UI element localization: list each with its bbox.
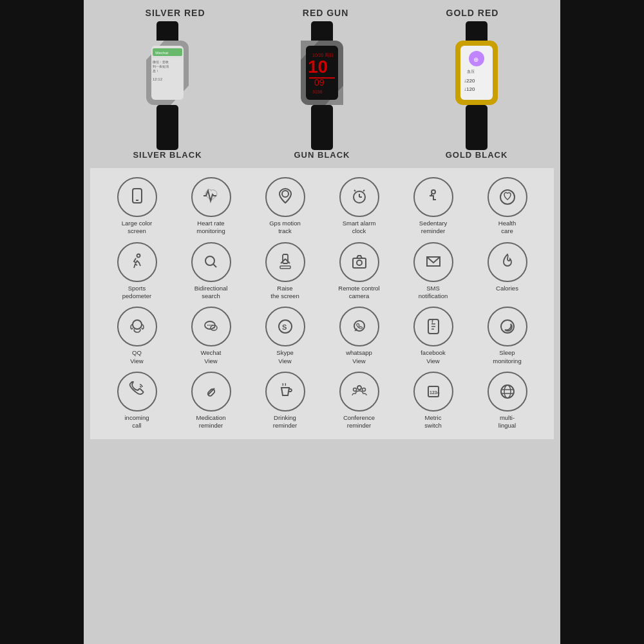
feature-label-remote-camera: Remote control camera (338, 285, 379, 301)
svg-line-40 (363, 190, 365, 191)
watch-silver-red: Wechat 微信：您收 到一条短消 息！ 12:12 SILVER BLACK (132, 21, 203, 160)
svg-text:Wechat: Wechat (155, 51, 169, 55)
svg-point-44 (205, 256, 214, 265)
feature-label-conference: Conference reminder (343, 414, 375, 430)
svg-text:微信：您收: 微信：您收 (153, 60, 169, 64)
feature-sedentary: Sedentary reminder (396, 176, 470, 237)
left-black-bar (0, 0, 84, 644)
feature-conference: Conference reminder (322, 370, 396, 431)
feature-label-large-color-screen: Large color screen (122, 220, 153, 236)
watch-label-gold-red: GOLD RED (446, 8, 499, 18)
svg-text:血压: 血压 (467, 70, 475, 73)
watch-gold-red: ⊕ 血压 ↓220 ↓120 GOLD BLACK (441, 21, 512, 160)
svg-text:09: 09 (314, 77, 325, 88)
feature-qq: QQ View (100, 305, 174, 366)
feature-smart-alarm: Smart alarm clock (322, 176, 396, 237)
feature-bidirectional: Bidirectional search (174, 241, 248, 302)
svg-rect-23 (311, 105, 333, 150)
svg-point-51 (357, 260, 362, 265)
svg-point-59 (214, 328, 215, 329)
svg-point-35 (282, 191, 289, 197)
feature-label-raise-screen: Raise the screen (270, 285, 299, 301)
feature-label-heart-rate: Heart rate monitoring (196, 220, 225, 236)
feature-label-skype: Skype View (276, 349, 293, 365)
watch-red-gun: 10/20 周日 10 09 3198 GUN BLACK (287, 21, 357, 160)
feature-label-medication: Medication reminder (196, 414, 226, 430)
main-container: SILVER RED RED GUN GOLD RED (0, 0, 644, 644)
feature-sports-pedometer: Sports pedometer (100, 241, 174, 302)
feature-label-qq: QQ View (130, 349, 143, 365)
svg-point-42 (500, 190, 515, 204)
svg-text:S: S (282, 323, 287, 331)
svg-point-70 (362, 388, 365, 392)
feature-label-calories: Calories (496, 285, 518, 292)
feature-label-sleep: Sleep monitoring (493, 349, 521, 365)
svg-rect-12 (156, 105, 178, 150)
svg-text:1234: 1234 (430, 390, 440, 395)
svg-point-58 (213, 328, 214, 329)
feature-skype: SSkype View (248, 305, 322, 366)
svg-text:10: 10 (308, 57, 328, 77)
feature-label-sedentary: Sedentary reminder (419, 220, 447, 236)
svg-text:↓120: ↓120 (464, 86, 475, 92)
feature-label-bidirectional: Bidirectional search (194, 285, 228, 301)
feature-label-drinking: Drinking reminder (273, 414, 298, 430)
feature-metric: 1234Metric switch (396, 370, 470, 431)
svg-point-54 (207, 325, 209, 326)
svg-rect-32 (466, 105, 488, 150)
feature-incoming-call: incoming call (100, 370, 174, 431)
svg-rect-66 (207, 388, 215, 397)
watch-label-silver-red: SILVER RED (146, 8, 205, 18)
feature-label-incoming-call: incoming call (124, 414, 149, 430)
feature-whatsapp: whatsapp View (322, 305, 396, 366)
feature-drinking: Drinking reminder (248, 370, 322, 431)
svg-text:3198: 3198 (312, 90, 323, 94)
feature-remote-camera: Remote control camera (322, 241, 396, 302)
feature-label-health: Health care (498, 220, 516, 236)
feature-label-smart-alarm: Smart alarm clock (343, 220, 376, 236)
svg-text:⊕: ⊕ (473, 56, 478, 63)
feature-health: Health care (470, 176, 544, 237)
feature-label-whatsapp: whatsapp View (346, 349, 372, 365)
svg-text:到一条短消: 到一条短消 (153, 64, 169, 68)
feature-facebook: ffacebook View (396, 305, 470, 366)
svg-point-74 (504, 385, 511, 398)
feature-label-sports-pedometer: Sports pedometer (122, 285, 151, 301)
feature-label-gps: Gps motion track (269, 220, 301, 236)
watch-bottom-silver-black: SILVER BLACK (133, 150, 202, 160)
svg-line-45 (213, 264, 216, 267)
feature-sleep: Sleep monitoring (470, 305, 544, 366)
svg-rect-0 (156, 21, 178, 44)
svg-rect-13 (311, 21, 333, 44)
feature-medication: Medication reminder (174, 370, 248, 431)
feature-label-facebook: facebook View (421, 349, 446, 365)
feature-label-metric: Metric switch (424, 414, 441, 430)
watch-bottom-gun-black: GUN BLACK (294, 150, 350, 160)
feature-sms: SMS notification (396, 241, 470, 302)
svg-line-39 (354, 190, 355, 191)
svg-rect-49 (280, 266, 290, 269)
feature-calories: Calories (470, 241, 544, 302)
svg-text:息！: 息！ (152, 69, 159, 73)
svg-point-69 (353, 388, 356, 392)
feature-label-multilingual: multi- lingual (498, 414, 516, 430)
feature-wechat: Wechat View (174, 305, 248, 366)
svg-point-68 (357, 386, 361, 390)
right-black-bar (560, 0, 644, 644)
svg-point-41 (431, 190, 435, 194)
feature-large-color-screen: Large color screen (100, 176, 174, 237)
svg-text:↓220: ↓220 (464, 78, 475, 84)
feature-label-sms: SMS notification (419, 285, 448, 301)
svg-text:f: f (431, 319, 433, 325)
watch-label-red-gun: RED GUN (303, 8, 349, 18)
svg-rect-24 (466, 21, 488, 44)
feature-label-wechat: Wechat View (200, 349, 221, 365)
svg-point-55 (209, 325, 211, 326)
feature-multilingual: multi- lingual (470, 370, 544, 431)
feature-gps: Gps motion track (248, 176, 322, 237)
svg-text:12:12: 12:12 (153, 77, 163, 81)
svg-point-52 (133, 320, 142, 329)
feature-heart-rate: Heart rate monitoring (174, 176, 248, 237)
feature-raise-screen: Raise the screen (248, 241, 322, 302)
svg-point-73 (501, 385, 514, 398)
